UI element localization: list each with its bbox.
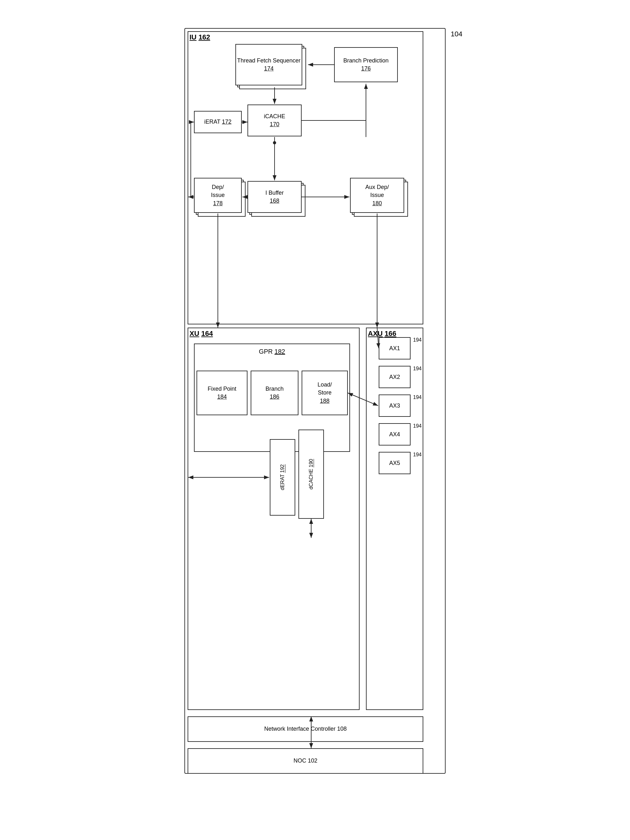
gpr-label: GPR 182 — [259, 348, 285, 355]
ax4-ref: 194 — [413, 423, 422, 429]
branch-sub-label: Branch186 — [265, 385, 284, 401]
ierat-label: iERAT 172 — [204, 118, 231, 126]
load-store-box: Load/Store188 — [302, 371, 348, 415]
noc-box: NOC 102 — [187, 748, 423, 774]
ierat-box: iERAT 172 — [194, 111, 242, 133]
ax1-box: AX1 — [379, 337, 411, 360]
icache-label: iCACHE170 — [264, 112, 285, 128]
ax5-ref: 194 — [413, 452, 422, 458]
dep-issue-label: Dep/Issue178 — [211, 183, 225, 207]
xu-label: XU 164 — [189, 330, 213, 338]
nic-box: Network Interface Controller 108 — [187, 716, 423, 742]
derat-box: dERAT 192 — [270, 439, 295, 516]
nic-label: Network Interface Controller 108 — [264, 725, 346, 733]
fixed-point-box: Fixed Point184 — [197, 371, 247, 415]
icache-box: iCACHE170 — [247, 104, 302, 136]
aux-dep-issue-box: Aux Dep/Issue180 — [350, 178, 404, 213]
fixed-point-label: Fixed Point184 — [208, 385, 236, 401]
thread-fetch-sequencer-box: Thread Fetch Sequencer174 — [235, 44, 302, 85]
ax5-box: AX5 — [379, 452, 411, 474]
ibuffer-box: I Buffer168 — [247, 181, 302, 213]
dep-issue-box: Dep/Issue178 — [194, 178, 242, 213]
ax3-box: AX3 — [379, 395, 411, 417]
branch-sub-box: Branch186 — [250, 371, 298, 415]
aux-dep-issue-label: Aux Dep/Issue180 — [365, 183, 389, 207]
dcache-label: dCACHE 190 — [308, 459, 314, 489]
ax4-box: AX4 — [379, 423, 411, 445]
branch-prediction-box: Branch Prediction176 — [334, 47, 398, 82]
tfs-label: Thread Fetch Sequencer174 — [237, 57, 300, 73]
ax2-box: AX2 — [379, 366, 411, 388]
ax3-ref: 194 — [413, 395, 422, 400]
noc-label: NOC 102 — [293, 757, 317, 765]
ax2-ref: 194 — [413, 366, 422, 371]
iu-label: IU 162 — [189, 33, 210, 41]
ax1-ref: 194 — [413, 337, 422, 343]
load-store-label: Load/Store188 — [318, 381, 332, 405]
dcache-box: dCACHE 190 — [298, 429, 324, 519]
bp-label: Branch Prediction176 — [343, 57, 389, 73]
derat-label: dERAT 192 — [280, 464, 285, 490]
outer-ref-label: 104 — [451, 30, 463, 38]
ibuffer-label: I Buffer168 — [265, 189, 284, 205]
axu-label: AXU 166 — [368, 330, 396, 338]
